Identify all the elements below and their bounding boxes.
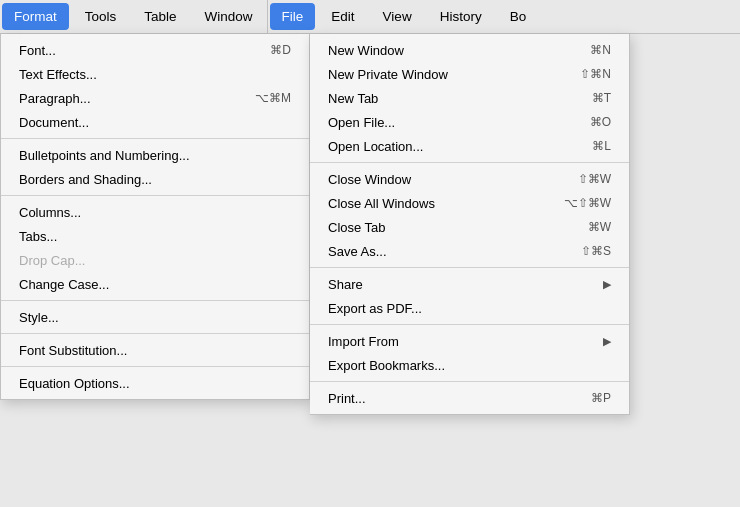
menu-item-tabs[interactable]: Tabs...	[1, 224, 309, 248]
menu-item-open-file[interactable]: Open File... ⌘O	[310, 110, 629, 134]
menu-item-close-window[interactable]: Close Window ⇧⌘W	[310, 167, 629, 191]
share-arrow-icon: ▶	[603, 278, 611, 291]
menu-item-open-location[interactable]: Open Location... ⌘L	[310, 134, 629, 158]
menu-item-drop-cap: Drop Cap...	[1, 248, 309, 272]
menu-bar-divider	[267, 0, 268, 33]
menu-item-new-private-window[interactable]: New Private Window ⇧⌘N	[310, 62, 629, 86]
menu-item-close-all-windows[interactable]: Close All Windows ⌥⇧⌘W	[310, 191, 629, 215]
menu-item-document[interactable]: Document...	[1, 110, 309, 134]
format-separator-1	[1, 138, 309, 139]
file-separator-4	[310, 381, 629, 382]
menubar-tools[interactable]: Tools	[71, 0, 131, 33]
menubar-format[interactable]: Format	[2, 3, 69, 30]
menu-item-close-tab[interactable]: Close Tab ⌘W	[310, 215, 629, 239]
menu-item-print[interactable]: Print... ⌘P	[310, 386, 629, 410]
import-arrow-icon: ▶	[603, 335, 611, 348]
menu-bar: Format Tools Table Window File Edit View…	[0, 0, 740, 34]
menu-item-save-as[interactable]: Save As... ⇧⌘S	[310, 239, 629, 263]
menu-item-style[interactable]: Style...	[1, 305, 309, 329]
menu-item-export-pdf[interactable]: Export as PDF...	[310, 296, 629, 320]
menu-item-equation-options[interactable]: Equation Options...	[1, 371, 309, 395]
menubar-table[interactable]: Table	[130, 0, 190, 33]
menu-item-text-effects[interactable]: Text Effects...	[1, 62, 309, 86]
file-separator-2	[310, 267, 629, 268]
menubar-history[interactable]: History	[426, 0, 496, 33]
menu-item-export-bookmarks[interactable]: Export Bookmarks...	[310, 353, 629, 377]
menu-item-paragraph[interactable]: Paragraph... ⌥⌘M	[1, 86, 309, 110]
menubar-bo[interactable]: Bo	[496, 0, 541, 33]
menubar-file[interactable]: File	[270, 3, 316, 30]
menu-item-share[interactable]: Share ▶	[310, 272, 629, 296]
menu-item-borders[interactable]: Borders and Shading...	[1, 167, 309, 191]
file-dropdown: New Window ⌘N New Private Window ⇧⌘N New…	[310, 34, 630, 415]
menu-item-change-case[interactable]: Change Case...	[1, 272, 309, 296]
menus-container: Font... ⌘D Text Effects... Paragraph... …	[0, 34, 740, 507]
format-separator-5	[1, 366, 309, 367]
file-separator-1	[310, 162, 629, 163]
menu-item-columns[interactable]: Columns...	[1, 200, 309, 224]
menu-item-font-substitution[interactable]: Font Substitution...	[1, 338, 309, 362]
format-separator-4	[1, 333, 309, 334]
menu-item-font[interactable]: Font... ⌘D	[1, 38, 309, 62]
menubar-view[interactable]: View	[369, 0, 426, 33]
menu-item-new-tab[interactable]: New Tab ⌘T	[310, 86, 629, 110]
menu-item-bulletpoints[interactable]: Bulletpoints and Numbering...	[1, 143, 309, 167]
menubar-edit[interactable]: Edit	[317, 0, 368, 33]
menubar-window[interactable]: Window	[191, 0, 267, 33]
format-dropdown: Font... ⌘D Text Effects... Paragraph... …	[0, 34, 310, 400]
menu-item-import-from[interactable]: Import From ▶	[310, 329, 629, 353]
menu-item-new-window[interactable]: New Window ⌘N	[310, 38, 629, 62]
file-separator-3	[310, 324, 629, 325]
format-separator-2	[1, 195, 309, 196]
format-separator-3	[1, 300, 309, 301]
